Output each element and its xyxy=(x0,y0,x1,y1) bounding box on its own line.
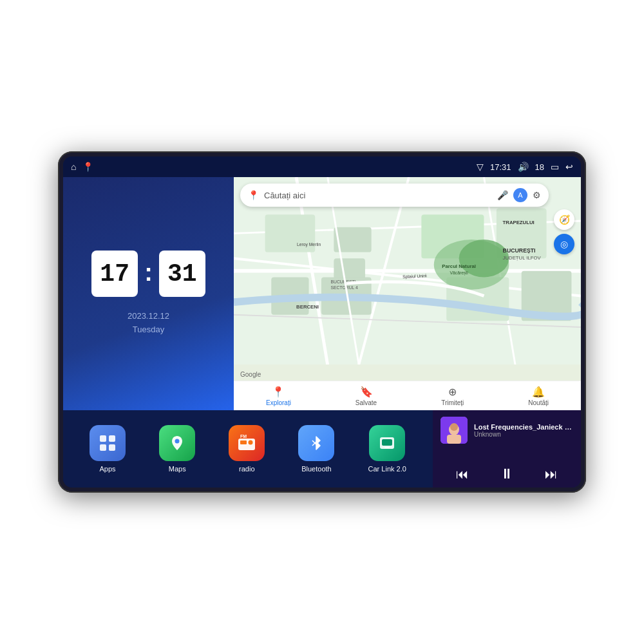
salvate-label: Salvate xyxy=(355,399,377,406)
music-text-info: Lost Frequencies_Janieck Devy-... Unknow… xyxy=(474,423,573,438)
back-icon[interactable]: ↩ xyxy=(565,162,573,172)
noutati-label: Noutăți xyxy=(528,399,549,406)
svg-point-34 xyxy=(175,439,180,444)
device-screen: ⌂ 📍 ▽ 17:31 🔊 18 ▭ ↩ 17 : xyxy=(63,156,581,488)
svg-rect-35 xyxy=(238,439,255,450)
clock-date-value: 2023.12.12 xyxy=(128,310,169,323)
trimiteti-icon: ⊕ xyxy=(448,386,457,398)
map-panel[interactable]: Parcul Natural Văcărești Leroy Merlin TR… xyxy=(234,177,581,410)
apps-area: Apps Maps xyxy=(63,410,433,488)
device-frame: ⌂ 📍 ▽ 17:31 🔊 18 ▭ ↩ 17 : xyxy=(58,151,586,493)
prev-button[interactable]: ⏮ xyxy=(456,468,469,480)
music-info-row: Lost Frequencies_Janieck Devy-... Unknow… xyxy=(440,417,573,444)
svg-rect-36 xyxy=(240,440,247,444)
apps-label: Apps xyxy=(100,465,116,473)
svg-rect-30 xyxy=(100,435,106,442)
exploreaza-label: Explorați xyxy=(266,399,291,406)
app-radio[interactable]: FM radio xyxy=(229,425,265,473)
music-artist: Unknown xyxy=(474,431,573,438)
svg-point-37 xyxy=(249,440,253,445)
svg-text:Leroy Merlin: Leroy Merlin xyxy=(297,242,321,247)
clock-hours: 17 xyxy=(91,251,138,297)
map-search-icons: 🎤 A ⚙ xyxy=(497,188,541,202)
carlink-icon xyxy=(369,425,405,461)
svg-text:Parcul Natural: Parcul Natural xyxy=(442,263,476,269)
maps-pin-icon: 📍 xyxy=(248,190,259,200)
svg-text:BUCUREȘTI: BUCUREȘTI xyxy=(503,247,536,254)
map-bottom-bar: 📍 Explorați 🔖 Salvate ⊕ Trimiteți 🔔 xyxy=(234,381,581,410)
maps-icon xyxy=(159,425,195,461)
map-user-avatar[interactable]: A xyxy=(513,188,527,202)
music-player: Lost Frequencies_Janieck Devy-... Unknow… xyxy=(433,410,581,488)
carlink-label: Car Link 2.0 xyxy=(368,465,406,473)
svg-rect-47 xyxy=(447,435,461,444)
clock-day: Tuesday xyxy=(128,323,169,337)
svg-text:FM: FM xyxy=(240,434,247,439)
svg-rect-42 xyxy=(382,439,392,446)
map-tab-exploreaza[interactable]: 📍 Explorați xyxy=(266,386,291,406)
main-content: 17 : 31 2023.12.12 Tuesday xyxy=(63,177,581,488)
signal-icon: ▽ xyxy=(477,162,484,172)
svg-text:Văcărești: Văcărești xyxy=(450,270,468,276)
battery-icon: ▭ xyxy=(551,162,559,172)
google-logo: Google xyxy=(240,371,261,378)
top-row: 17 : 31 2023.12.12 Tuesday xyxy=(63,177,581,410)
clock-minutes: 31 xyxy=(159,251,205,297)
music-controls: ⏮ ⏸ ⏭ xyxy=(440,467,573,481)
app-apps[interactable]: Apps xyxy=(90,425,126,473)
svg-rect-33 xyxy=(109,444,115,451)
status-time: 17:31 xyxy=(490,162,511,172)
app-bluetooth[interactable]: Bluetooth xyxy=(298,425,334,473)
map-search-bar[interactable]: 📍 Căutați aici 🎤 A ⚙ xyxy=(240,184,549,207)
salvate-icon: 🔖 xyxy=(360,386,373,398)
clock-panel: 17 : 31 2023.12.12 Tuesday xyxy=(63,177,234,410)
location-button[interactable]: ◎ xyxy=(554,234,574,254)
volume-level: 18 xyxy=(535,162,544,172)
status-right-icons: ▽ 17:31 🔊 18 ▭ ↩ xyxy=(477,162,573,172)
next-button[interactable]: ⏭ xyxy=(545,468,558,480)
map-tab-salvate[interactable]: 🔖 Salvate xyxy=(355,386,377,406)
svg-text:JUDEȚUL ILFOV: JUDEȚUL ILFOV xyxy=(503,255,542,261)
svg-text:TRAPEZULUI: TRAPEZULUI xyxy=(503,220,535,225)
svg-point-46 xyxy=(450,423,458,431)
bluetooth-icon xyxy=(298,425,334,461)
trimiteti-label: Trimiteți xyxy=(441,399,464,406)
map-tab-noutati[interactable]: 🔔 Noutăți xyxy=(528,386,549,406)
status-left-icons: ⌂ 📍 xyxy=(71,162,93,172)
settings-wheel-icon[interactable]: ⚙ xyxy=(533,190,541,200)
svg-text:SECTORUL 4: SECTORUL 4 xyxy=(331,285,358,290)
svg-rect-32 xyxy=(100,444,106,451)
app-carlink[interactable]: Car Link 2.0 xyxy=(368,425,406,473)
svg-rect-31 xyxy=(109,435,115,442)
map-tab-trimiteti[interactable]: ⊕ Trimiteți xyxy=(441,386,464,406)
microphone-icon[interactable]: 🎤 xyxy=(497,190,508,200)
svg-rect-43 xyxy=(384,447,390,448)
maps-label: Maps xyxy=(169,465,186,473)
exploreaza-icon: 📍 xyxy=(272,386,285,398)
apps-icon xyxy=(90,425,126,461)
music-title: Lost Frequencies_Janieck Devy-... xyxy=(474,423,573,431)
maps-status-icon[interactable]: 📍 xyxy=(82,162,93,172)
bluetooth-label: Bluetooth xyxy=(301,465,331,473)
clock-date: 2023.12.12 Tuesday xyxy=(128,310,169,337)
clock-colon: : xyxy=(144,259,153,287)
status-bar: ⌂ 📍 ▽ 17:31 🔊 18 ▭ ↩ xyxy=(63,156,581,177)
radio-icon: FM xyxy=(229,425,265,461)
home-icon[interactable]: ⌂ xyxy=(71,162,76,172)
bottom-row: Apps Maps xyxy=(63,410,581,488)
app-maps[interactable]: Maps xyxy=(159,425,195,473)
map-search-placeholder: Căutați aici xyxy=(264,191,492,200)
volume-icon: 🔊 xyxy=(518,162,529,172)
noutati-icon: 🔔 xyxy=(532,386,545,398)
clock-display: 17 : 31 xyxy=(91,251,205,297)
play-pause-button[interactable]: ⏸ xyxy=(500,467,514,481)
music-thumbnail xyxy=(440,417,468,444)
svg-text:BERCENI: BERCENI xyxy=(296,304,319,310)
map-nav-buttons: 🧭 ◎ xyxy=(554,209,574,254)
radio-label: radio xyxy=(239,465,254,473)
compass-button[interactable]: 🧭 xyxy=(554,209,574,230)
